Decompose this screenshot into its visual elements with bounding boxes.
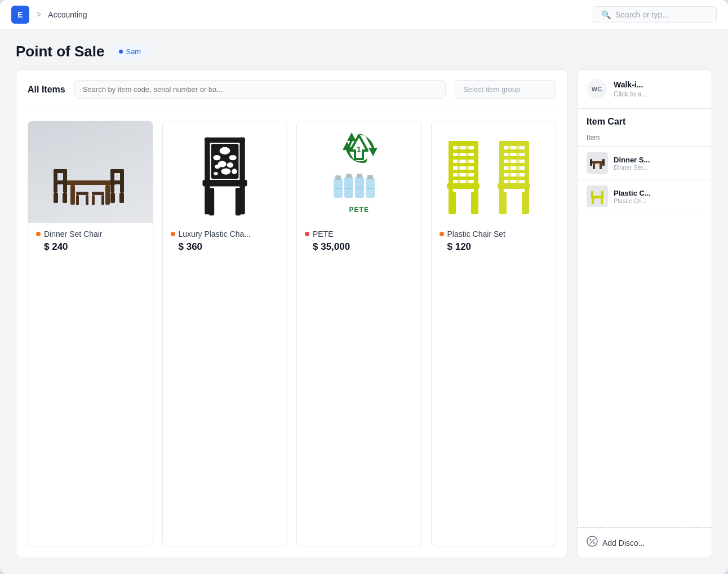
item-group-select[interactable]: Select item group <box>455 80 556 99</box>
walk-in-subtitle: Click to a... <box>614 90 647 98</box>
svg-rect-79 <box>499 176 529 180</box>
svg-rect-27 <box>239 138 245 182</box>
svg-rect-5 <box>54 169 67 173</box>
svg-point-96 <box>593 542 595 544</box>
cart-items-list: Dinner S... Dinner Set... <box>578 147 712 527</box>
svg-rect-50 <box>356 188 363 189</box>
cart-item-info-plastic-chair: Plastic C... Plastic Ch... <box>614 189 703 204</box>
svg-rect-0 <box>65 180 116 185</box>
svg-rect-74 <box>499 141 529 146</box>
item-card-pete[interactable]: 1 <box>296 121 422 546</box>
svg-rect-55 <box>471 192 476 214</box>
item-card-dinner-set-chair[interactable]: Dinner Set Chair $ 240 <box>28 121 153 546</box>
item-status-dot <box>171 232 175 236</box>
svg-rect-7 <box>54 193 58 203</box>
items-grid: Dinner Set Chair $ 240 <box>16 109 567 558</box>
top-nav: E > Accounting 🔍 Search or typ... <box>0 0 728 29</box>
svg-point-30 <box>219 147 230 154</box>
svg-rect-17 <box>76 195 79 205</box>
svg-rect-24 <box>236 188 241 215</box>
panel-title: All Items <box>28 85 65 95</box>
svg-rect-92 <box>592 198 594 204</box>
item-name: Luxury Plastic Cha... <box>179 229 251 239</box>
item-price: $ 360 <box>179 241 279 253</box>
right-panel: WC Walk-i... Click to a... Item Cart Ite… <box>577 69 712 558</box>
item-card-plastic-chair-set[interactable]: Plastic Chair Set $ 120 <box>431 121 557 546</box>
svg-rect-45 <box>357 174 362 178</box>
items-panel: All Items Select item group <box>16 69 568 558</box>
svg-rect-54 <box>451 192 456 214</box>
svg-rect-84 <box>593 164 595 169</box>
app-icon[interactable]: E <box>11 6 29 24</box>
svg-rect-18 <box>86 195 88 205</box>
svg-rect-83 <box>591 161 603 164</box>
page-title: Point of Sale <box>16 43 104 60</box>
svg-rect-14 <box>119 193 124 203</box>
item-cart-col-header: Item <box>578 131 712 147</box>
item-status-dot <box>440 232 444 236</box>
panel-toolbar: All Items Select item group <box>16 70 567 109</box>
svg-rect-62 <box>449 163 478 166</box>
svg-point-37 <box>232 169 237 174</box>
breadcrumb-accounting: Accounting <box>48 10 87 19</box>
svg-rect-85 <box>600 164 602 169</box>
svg-rect-70 <box>522 192 526 214</box>
cart-item-name: Dinner S... <box>614 156 703 164</box>
cart-item-sub: Dinner Set... <box>614 164 703 171</box>
svg-rect-6 <box>54 180 67 184</box>
walk-in-title: Walk-i... <box>614 80 647 89</box>
svg-rect-43 <box>346 174 352 178</box>
svg-point-35 <box>215 165 220 169</box>
item-name: Dinner Set Chair <box>44 229 103 239</box>
svg-point-34 <box>227 162 233 167</box>
svg-point-36 <box>221 168 230 174</box>
add-discount-section[interactable]: Add Disco... <box>578 527 712 558</box>
svg-rect-44 <box>355 176 364 198</box>
global-search[interactable]: 🔍 Search or typ... <box>593 6 717 23</box>
svg-rect-63 <box>449 170 478 173</box>
item-status-dot <box>305 232 309 236</box>
cart-item-thumb-dinner-set <box>587 152 608 174</box>
svg-rect-69 <box>502 192 507 214</box>
cart-item-plastic-chair[interactable]: Plastic C... Plastic Ch... <box>578 180 712 213</box>
item-name: Plastic Chair Set <box>447 229 505 239</box>
page-header: Point of Sale Sam <box>0 29 728 69</box>
item-card-body: Plastic Chair Set $ 120 <box>432 223 556 262</box>
cart-item-info-dinner-set: Dinner S... Dinner Set... <box>614 156 703 171</box>
main-content: All Items Select item group <box>0 69 728 574</box>
svg-rect-90 <box>591 191 593 198</box>
svg-rect-93 <box>601 198 603 204</box>
item-image-dinner-set-chair <box>28 121 153 223</box>
item-card-body: Luxury Plastic Cha... $ 360 <box>163 223 287 262</box>
svg-rect-64 <box>449 176 478 180</box>
svg-rect-77 <box>499 163 529 166</box>
item-cart-section: Item Cart Item <box>578 109 712 558</box>
svg-rect-59 <box>449 141 478 146</box>
svg-rect-80 <box>508 141 511 183</box>
svg-rect-12 <box>110 180 124 184</box>
item-card-body: PETE $ 35,000 <box>297 223 421 262</box>
cart-item-dinner-set[interactable]: Dinner S... Dinner Set... <box>578 147 712 180</box>
svg-rect-13 <box>110 193 115 203</box>
svg-point-95 <box>590 539 592 541</box>
svg-point-32 <box>229 155 236 160</box>
item-status-dot <box>36 232 41 236</box>
item-price: $ 120 <box>447 241 548 253</box>
svg-rect-28 <box>205 138 245 143</box>
item-search-input[interactable] <box>74 80 446 99</box>
svg-rect-66 <box>465 141 469 183</box>
svg-rect-87 <box>602 159 605 166</box>
user-badge[interactable]: Sam <box>112 45 148 58</box>
svg-rect-20 <box>101 195 104 205</box>
cart-item-thumb-plastic-chair <box>587 186 608 207</box>
svg-rect-11 <box>110 169 124 173</box>
cart-item-name: Plastic C... <box>614 189 703 197</box>
walk-in-badge: WC <box>587 79 607 99</box>
item-card-luxury-plastic-chair[interactable]: Luxury Plastic Cha... $ 360 <box>162 121 288 546</box>
svg-rect-16 <box>92 192 104 195</box>
walk-in-section[interactable]: WC Walk-i... Click to a... <box>578 70 712 109</box>
svg-rect-48 <box>335 188 341 189</box>
svg-text:1: 1 <box>357 145 361 154</box>
svg-rect-15 <box>76 192 88 195</box>
item-image-plastic-chair-set <box>432 121 556 223</box>
